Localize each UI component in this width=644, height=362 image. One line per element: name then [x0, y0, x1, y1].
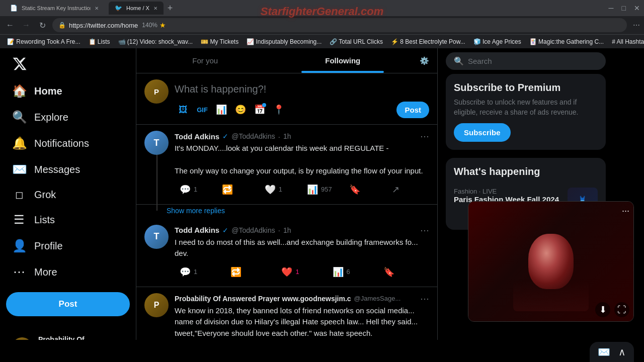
- tweet-header: T Todd Adkins ✓ @ToddAdkins · 1h ⋯ I nee…: [144, 225, 429, 281]
- tweet-more-button[interactable]: ⋯: [420, 293, 429, 304]
- profile-icon: 👤: [12, 239, 26, 253]
- tweet-actions: 💬 1 🔁 ❤️ 1 📊 6: [175, 263, 429, 281]
- subscribe-button[interactable]: Subscribe: [454, 123, 511, 142]
- search-icon: 🔍: [454, 56, 464, 66]
- new-tab-button[interactable]: +: [168, 3, 173, 14]
- x-logo[interactable]: [6, 52, 130, 77]
- like-button[interactable]: 🤍 1: [260, 181, 302, 198]
- premium-description: Subscribe to unlock new features and if …: [454, 98, 598, 117]
- window-maximize[interactable]: □: [622, 4, 626, 12]
- like-button[interactable]: ❤️ 1: [276, 263, 327, 281]
- bookmark-item[interactable]: 🧊 Ice Age Prices: [470, 37, 524, 46]
- home-icon: 🏠: [12, 84, 26, 98]
- bookmark-item[interactable]: 🃏 Magic:the Gathering C...: [526, 37, 607, 46]
- tweet-row[interactable]: P Probability Of Answered Prayer www.goo…: [136, 287, 437, 340]
- thread-line: [156, 155, 157, 211]
- views-button[interactable]: 📊 6: [328, 263, 378, 281]
- bookmark-icon: 🔖: [349, 184, 360, 195]
- grok-icon: ◻: [12, 189, 26, 201]
- show-more-replies-button[interactable]: Show more replies: [136, 205, 437, 219]
- sidebar-item-label: Notifications: [34, 138, 89, 149]
- sidebar-item-messages[interactable]: ✉️ Messages: [6, 157, 130, 182]
- retweet-button[interactable]: 🔁: [217, 181, 259, 198]
- views-icon: 📊: [307, 184, 318, 195]
- tab-label-active: Home / X: [126, 5, 149, 11]
- bookmark-item[interactable]: 📝 Rewording Took A Fre...: [4, 37, 84, 46]
- sidebar-item-notifications[interactable]: 🔔 Notifications: [6, 131, 130, 155]
- tweet-main: Probability Of Answered Prayer www.goodn…: [175, 293, 429, 340]
- bookmark-item[interactable]: 📈 Indisputably Becoming...: [244, 37, 325, 46]
- sidebar-item-label: Home: [34, 85, 62, 97]
- sidebar-item-explore[interactable]: 🔍 Explore: [6, 105, 130, 129]
- schedule-button[interactable]: 📅: [251, 101, 268, 118]
- share-button[interactable]: ↗: [387, 181, 429, 198]
- reply-button[interactable]: 💬 1: [175, 181, 217, 198]
- retweet-button[interactable]: 🔁: [225, 263, 276, 281]
- bookmark-star-icon[interactable]: ★: [159, 21, 166, 29]
- search-input[interactable]: [468, 57, 598, 65]
- sidebar-user[interactable]: P Probability Of Answer @JamesSager ⋯: [6, 331, 130, 340]
- bookmark-item[interactable]: ⚡ 8 Best Electrolyte Pow...: [388, 37, 468, 46]
- address-bar[interactable]: 🔒 https://twitter.com/home 140% ★: [52, 18, 627, 32]
- post-button[interactable]: Post: [6, 292, 130, 316]
- sidebar-item-profile[interactable]: 👤 Profile: [6, 234, 130, 258]
- reply-count: 1: [194, 268, 197, 276]
- forward-button[interactable]: →: [20, 19, 32, 31]
- tweet-user-row: Todd Adkins ✓ @ToddAdkins · 1h ⋯: [175, 225, 429, 236]
- video-expand-icon[interactable]: ⛶: [614, 302, 629, 317]
- sidebar-item-home[interactable]: 🏠 Home: [6, 79, 130, 103]
- back-button[interactable]: ←: [4, 19, 16, 31]
- tweet-user-row: Probability Of Answered Prayer www.goodn…: [175, 293, 429, 304]
- whats-happening-title: What's happening: [454, 166, 598, 177]
- sidebar-item-lists[interactable]: ☰ Lists: [6, 208, 130, 232]
- tab-close-active-icon[interactable]: ✕: [153, 6, 157, 11]
- window-close[interactable]: ✕: [634, 4, 640, 12]
- browser-tab-inactive[interactable]: 📄 Static Stream Key Instructions ✕: [4, 2, 105, 15]
- video-controls: ⬇ ⛶: [591, 298, 633, 321]
- browser-tab-active[interactable]: 🐦 Home / X ✕: [109, 2, 164, 15]
- tweet-avatar: T: [144, 225, 169, 249]
- media-upload-button[interactable]: 🖼: [175, 101, 192, 118]
- settings-tab-icon[interactable]: ⚙️: [412, 50, 437, 71]
- refresh-button[interactable]: ↻: [36, 19, 48, 31]
- search-input-wrapper[interactable]: 🔍: [446, 52, 606, 70]
- bookmark-item[interactable]: # All Hashtag - Hashtag...: [609, 37, 644, 46]
- window-minimize[interactable]: ─: [609, 4, 614, 12]
- bookmark-button[interactable]: 🔖: [344, 181, 386, 198]
- sidebar-item-more[interactable]: ⋯ More: [6, 260, 130, 284]
- views-button[interactable]: 📊 957: [302, 181, 344, 198]
- composer-placeholder[interactable]: What is happening?!: [175, 79, 429, 101]
- tab-for-you[interactable]: For you: [136, 48, 274, 73]
- gif-button[interactable]: GIF: [194, 101, 211, 118]
- tweet-avatar: T: [144, 131, 169, 155]
- tweet-row[interactable]: T Todd Adkins ✓ @ToddAdkins · 1h ⋯ It's …: [136, 125, 437, 205]
- verified-icon: ✓: [222, 132, 228, 140]
- composer-post-button[interactable]: Post: [396, 102, 429, 118]
- location-button[interactable]: 📍: [270, 101, 287, 118]
- tab-close-icon[interactable]: ✕: [95, 6, 99, 11]
- bookmark-item[interactable]: 🎫 My Tickets: [198, 37, 242, 46]
- tweet-author-name: Todd Adkins: [175, 132, 219, 141]
- tweet-more-button[interactable]: ⋯: [420, 131, 429, 142]
- tweet-row[interactable]: T Todd Adkins ✓ @ToddAdkins · 1h ⋯ I nee…: [136, 219, 437, 287]
- emoji-button[interactable]: 😊: [232, 101, 249, 118]
- tweet-more-button[interactable]: ⋯: [420, 225, 429, 236]
- video-minimize-icon[interactable]: ⬇: [595, 302, 610, 317]
- tab-following[interactable]: Following: [274, 48, 412, 73]
- bookmark-item[interactable]: 🔗 Total URL Clicks: [327, 37, 386, 46]
- extensions-icon[interactable]: ⋯: [633, 21, 640, 29]
- view-count: 6: [347, 268, 350, 276]
- schedule-indicator: [262, 103, 266, 107]
- poll-button[interactable]: 📊: [213, 101, 230, 118]
- notifications-icon: 🔔: [12, 136, 26, 150]
- bookmark-item[interactable]: 📹 (12) Video: shock_wav...: [115, 37, 196, 46]
- video-more-button[interactable]: ···: [622, 206, 629, 216]
- premium-title: Subscribe to Premium: [454, 82, 598, 94]
- explore-icon: 🔍: [12, 110, 26, 124]
- tweet-handle: @ToddAdkins: [231, 226, 275, 234]
- sidebar-item-grok[interactable]: ◻ Grok: [6, 184, 130, 206]
- reply-button[interactable]: 💬 1: [175, 263, 225, 281]
- bookmark-item[interactable]: 📋 Lists: [86, 37, 113, 46]
- bookmark-button[interactable]: 🔖: [378, 263, 429, 281]
- video-content: ··· ⬇ ⛶: [468, 202, 633, 321]
